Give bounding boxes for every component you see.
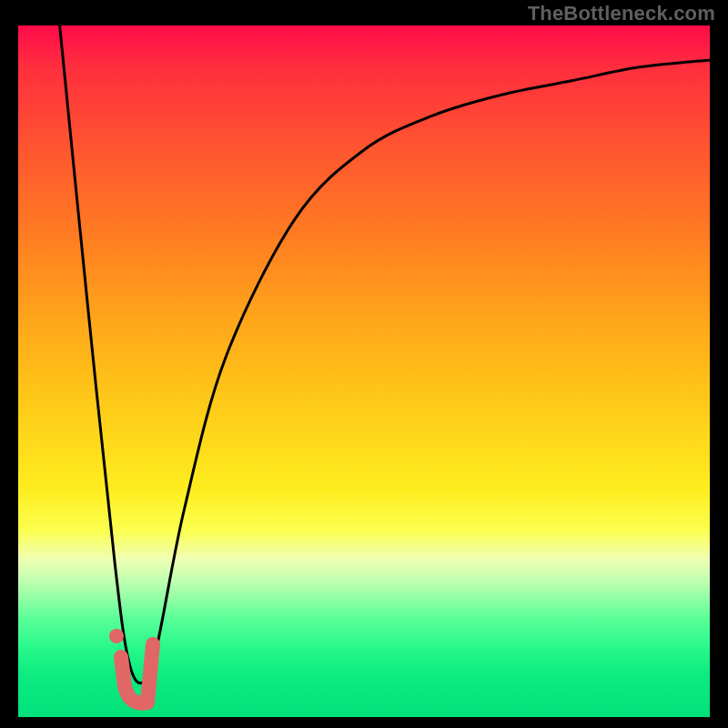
bottleneck-curve	[60, 25, 710, 683]
valley-marker-dot	[109, 629, 124, 643]
valley-marker-hook	[121, 644, 153, 703]
chart-container: TheBottleneck.com	[0, 0, 728, 728]
watermark-text: TheBottleneck.com	[528, 2, 715, 25]
plot-svg	[18, 25, 710, 717]
plot-area	[18, 25, 710, 717]
